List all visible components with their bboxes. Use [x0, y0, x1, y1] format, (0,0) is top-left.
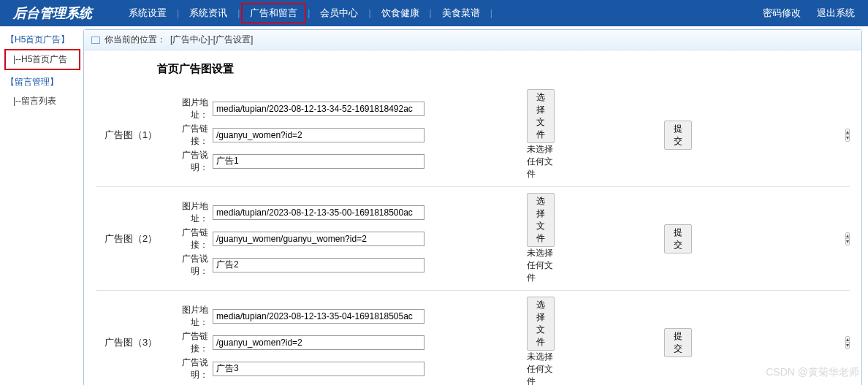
page-title: 首页广告图设置: [96, 59, 850, 83]
sidebar-item-h5-ads[interactable]: |--H5首页广告: [4, 49, 80, 70]
choose-file-button[interactable]: 选择文件: [527, 297, 555, 351]
spinner-down-icon[interactable]: ▾: [846, 135, 849, 141]
breadcrumb-path: [广告中心]-[广告设置]: [170, 34, 253, 46]
ad-label: 广告图（1）: [96, 129, 166, 142]
nav-food-recipe[interactable]: 美食菜谱: [433, 7, 489, 20]
top-nav: 系统设置| 系统资讯| 广告和留言| 会员中心| 饮食健康| 美食菜谱|: [105, 3, 763, 23]
ad-desc-input[interactable]: [213, 258, 425, 272]
file-empty-text: 未选择任何文件: [527, 248, 553, 283]
submit-button[interactable]: 提交: [664, 328, 692, 357]
field-label-link: 广告链接：: [166, 330, 208, 355]
file-empty-text: 未选择任何文件: [527, 351, 553, 385]
ad-link-input[interactable]: [213, 128, 425, 142]
ad-label: 广告图（2）: [96, 232, 166, 245]
image-address-input[interactable]: [213, 309, 425, 324]
sidebar-group-messages: 【留言管理】: [4, 73, 80, 91]
top-bar: 后台管理系统 系统设置| 系统资讯| 广告和留言| 会员中心| 饮食健康| 美食…: [0, 0, 868, 26]
field-label-image: 图片地址：: [166, 200, 208, 225]
ad-desc-input[interactable]: [213, 154, 425, 169]
page-icon: [91, 37, 100, 44]
ad-row-3: 广告图（3）图片地址：广告链接：广告说明：选择文件 未选择任何文件提交▴▾: [96, 291, 850, 385]
ad-desc-input[interactable]: [213, 362, 425, 376]
image-address-input[interactable]: [213, 205, 425, 220]
nav-diet-health[interactable]: 饮食健康: [373, 7, 428, 20]
choose-file-button[interactable]: 选择文件: [527, 193, 555, 247]
order-spinner[interactable]: ▴▾: [845, 232, 850, 245]
sidebar-group-ads: 【H5首页广告】: [4, 31, 80, 49]
ad-link-input[interactable]: [213, 335, 425, 350]
nav-ads-messages[interactable]: 广告和留言: [241, 3, 306, 23]
ad-row-2: 广告图（2）图片地址：广告链接：广告说明：选择文件 未选择任何文件提交▴▾: [96, 187, 850, 291]
ad-link-input[interactable]: [213, 232, 425, 246]
order-spinner[interactable]: ▴▾: [845, 129, 850, 142]
field-label-desc: 广告说明：: [166, 149, 208, 174]
change-password-link[interactable]: 密码修改: [763, 7, 801, 20]
field-label-desc: 广告说明：: [166, 357, 208, 381]
choose-file-button[interactable]: 选择文件: [527, 89, 555, 143]
ad-row-1: 广告图（1）图片地址：广告链接：广告说明：选择文件 未选择任何文件提交▴▾: [96, 83, 850, 187]
field-label-image: 图片地址：: [166, 96, 208, 121]
order-spinner[interactable]: ▴▾: [845, 336, 850, 349]
sidebar-item-message-list[interactable]: |--留言列表: [4, 91, 80, 111]
image-address-input[interactable]: [213, 102, 425, 116]
field-label-link: 广告链接：: [166, 226, 208, 251]
field-label-desc: 广告说明：: [166, 253, 208, 278]
sidebar: 【H5首页广告】 |--H5首页广告 【留言管理】 |--留言列表: [0, 26, 80, 385]
spinner-down-icon[interactable]: ▾: [846, 343, 849, 348]
submit-button[interactable]: 提交: [664, 121, 692, 150]
submit-button[interactable]: 提交: [664, 224, 692, 254]
ad-label: 广告图（3）: [96, 336, 166, 349]
nav-system-settings[interactable]: 系统设置: [120, 7, 175, 20]
nav-member-center[interactable]: 会员中心: [311, 7, 367, 20]
main-panel: 你当前的位置： [广告中心]-[广告设置] 首页广告图设置 广告图（1）图片地址…: [83, 29, 862, 385]
spinner-down-icon[interactable]: ▾: [846, 239, 849, 245]
breadcrumb: 你当前的位置： [广告中心]-[广告设置]: [84, 30, 861, 50]
field-label-link: 广告链接：: [166, 123, 208, 148]
brand-title: 后台管理系统: [0, 4, 105, 22]
field-label-image: 图片地址：: [166, 304, 208, 329]
top-right: 密码修改 退出系统: [763, 7, 868, 20]
watermark: CSDN @黄菊华老师: [766, 366, 859, 379]
breadcrumb-prefix: 你当前的位置：: [104, 34, 166, 46]
nav-system-news[interactable]: 系统资讯: [180, 7, 236, 20]
file-empty-text: 未选择任何文件: [527, 144, 553, 179]
logout-link[interactable]: 退出系统: [817, 7, 855, 20]
